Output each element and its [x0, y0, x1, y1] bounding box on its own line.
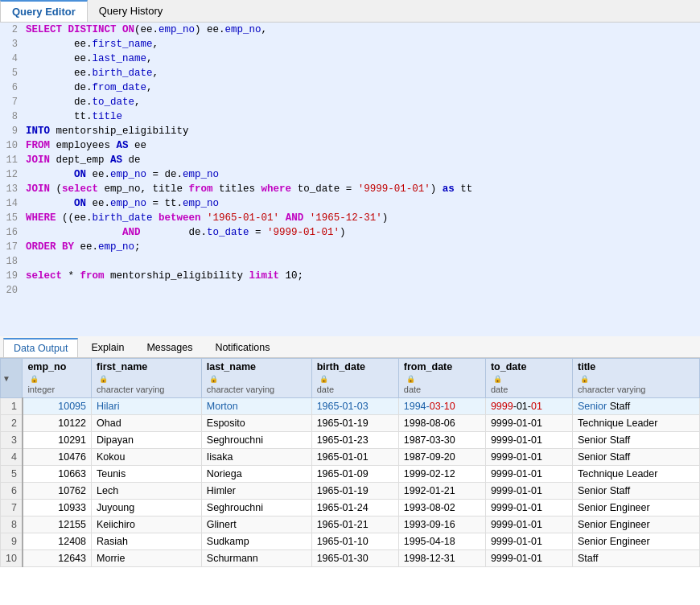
line-number: 16 [0, 225, 23, 240]
tab-query-editor[interactable]: Query Editor [0, 0, 88, 22]
cell-to-date: 9999-01-01 [485, 517, 572, 533]
column-name: birth_date [317, 361, 393, 372]
column-header-last_name[interactable]: last_name 🔒character varying [201, 359, 311, 398]
line-number: 3 [0, 37, 23, 51]
line-content: tt.title [23, 109, 700, 124]
line-content: ON ee.emp_no = de.emp_no [23, 167, 700, 182]
line-content: ORDER BY ee.emp_no; [23, 240, 700, 254]
code-line: 18 [0, 254, 700, 269]
table-row: 510663TeunisNoriega1965-01-091999-02-129… [1, 466, 700, 483]
line-content: de.from_date, [23, 80, 700, 95]
cell-birth-date: 1965-01-10 [311, 533, 398, 550]
column-header-from_date[interactable]: from_date 🔒date [398, 359, 485, 398]
column-type: integer [27, 385, 55, 394]
cell-to-date: 9999-01-01 [485, 432, 572, 449]
code-line: 20 [0, 283, 700, 298]
cell-title: Senior Staff [573, 449, 700, 466]
code-line: 7 de.to_date, [0, 95, 700, 109]
cell-emp-no: 12643 [23, 550, 92, 567]
line-content: FROM employees AS ee [23, 138, 700, 153]
column-type: character varying [578, 385, 645, 394]
code-line: 11JOIN dept_emp AS de [0, 153, 700, 167]
cell-first-name: Teunis [92, 466, 202, 483]
column-header-emp_no[interactable]: emp_no 🔒integer [23, 359, 92, 398]
line-content: WHERE ((ee.birth_date between '1965-01-0… [23, 211, 700, 225]
code-editor[interactable]: 2SELECT DISTINCT ON(ee.emp_no) ee.emp_no… [0, 23, 700, 336]
line-number: 10 [0, 138, 23, 153]
tab-messages[interactable]: Messages [137, 338, 202, 357]
cell-first-name: Juyoung [92, 500, 202, 517]
code-line: 6 de.from_date, [0, 80, 700, 95]
tab-explain[interactable]: Explain [81, 338, 134, 357]
column-name: last_name [207, 361, 307, 372]
row-number: 7 [1, 500, 23, 517]
cell-emp-no: 10663 [23, 466, 92, 483]
cell-last-name: Seghrouchni [201, 432, 311, 449]
code-line: 14 ON ee.emp_no = tt.emp_no [0, 196, 700, 211]
cell-title: Senior Engineer [573, 500, 700, 517]
cell-emp-no: 10095 [23, 398, 92, 415]
cell-birth-date: 1965-01-24 [311, 500, 398, 517]
line-content: JOIN dept_emp AS de [23, 153, 700, 167]
cell-first-name: Rasiah [92, 533, 202, 550]
code-line: 3 ee.first_name, [0, 37, 700, 51]
cell-emp-no: 10291 [23, 432, 92, 449]
column-header-first_name[interactable]: first_name 🔒character varying [92, 359, 202, 398]
cell-first-name: Dipayan [92, 432, 202, 449]
table-row: 812155KeiichiroGlinert1965-01-211993-09-… [1, 517, 700, 533]
row-number: 9 [1, 533, 23, 550]
column-header-to_date[interactable]: to_date 🔒date [485, 359, 572, 398]
code-line: 8 tt.title [0, 109, 700, 124]
cell-birth-date: 1965-01-01 [311, 449, 398, 466]
line-content: ee.last_name, [23, 51, 700, 66]
cell-to-date: 9999-01-01 [485, 398, 572, 415]
cell-title: Technique Leader [573, 466, 700, 483]
line-number: 20 [0, 283, 23, 298]
cell-to-date: 9999-01-01 [485, 483, 572, 500]
cell-title: Senior Staff [573, 432, 700, 449]
line-number: 15 [0, 211, 23, 225]
cell-from-date: 1992-01-21 [398, 483, 485, 500]
results-table: ▼emp_no 🔒integerfirst_name 🔒character va… [0, 358, 700, 567]
tab-data-output[interactable]: Data Output [3, 338, 78, 357]
line-content: ee.first_name, [23, 37, 700, 51]
cell-emp-no: 10476 [23, 449, 92, 466]
lock-icon: 🔒 [580, 375, 589, 383]
cell-last-name: Seghrouchni [201, 500, 311, 517]
table-row: 410476KokouIisaka1965-01-011987-09-20999… [1, 449, 700, 466]
cell-first-name: Ohad [92, 415, 202, 432]
cell-title: Senior Staff [573, 398, 700, 415]
cell-emp-no: 10933 [23, 500, 92, 517]
cell-birth-date: 1965-01-19 [311, 415, 398, 432]
cell-title: Senior Engineer [573, 533, 700, 550]
cell-from-date: 1994-03-10 [398, 398, 485, 415]
cell-first-name: Keiichiro [92, 517, 202, 533]
cell-last-name: Sudkamp [201, 533, 311, 550]
column-header-birth_date[interactable]: birth_date 🔒date [311, 359, 398, 398]
cell-emp-no: 12408 [23, 533, 92, 550]
cell-from-date: 1993-08-02 [398, 500, 485, 517]
column-type: character varying [207, 385, 274, 394]
column-header-title[interactable]: title 🔒character varying [573, 359, 700, 398]
column-name: from_date [404, 361, 480, 372]
row-number: 5 [1, 466, 23, 483]
line-content: AND de.to_date = '9999-01-01') [23, 225, 700, 240]
column-name: title [578, 361, 694, 372]
column-type: character varying [97, 385, 164, 394]
line-number: 17 [0, 240, 23, 254]
cell-last-name: Himler [201, 483, 311, 500]
cell-title: Technique Leader [573, 415, 700, 432]
cell-birth-date: 1965-01-23 [311, 432, 398, 449]
cell-first-name: Lech [92, 483, 202, 500]
lock-icon: 🔒 [99, 375, 108, 383]
cell-from-date: 1987-09-20 [398, 449, 485, 466]
cell-birth-date: 1965-01-03 [311, 398, 398, 415]
lock-icon: 🔒 [30, 375, 39, 383]
tab-notifications[interactable]: Notifications [205, 338, 279, 357]
line-number: 11 [0, 153, 23, 167]
line-content: SELECT DISTINCT ON(ee.emp_no) ee.emp_no, [23, 23, 700, 37]
line-number: 14 [0, 196, 23, 211]
cell-from-date: 1998-12-31 [398, 550, 485, 567]
column-name: first_name [97, 361, 196, 372]
tab-query-history[interactable]: Query History [88, 0, 174, 22]
